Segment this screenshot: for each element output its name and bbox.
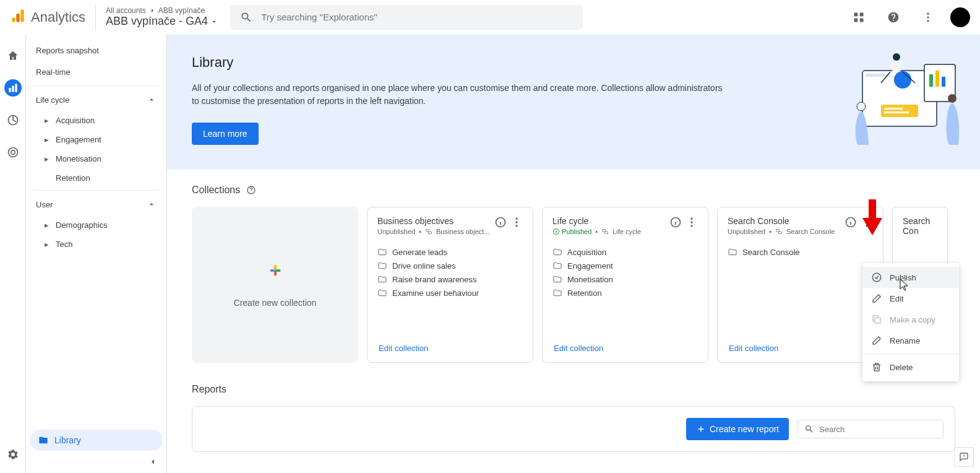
info-icon[interactable] <box>845 216 857 228</box>
trash-icon <box>871 362 882 373</box>
svg-point-26 <box>893 53 900 61</box>
svg-point-9 <box>927 20 929 22</box>
page-description: All of your collections and reports orga… <box>192 82 724 108</box>
help-icon[interactable] <box>881 5 906 30</box>
chevron-up-icon <box>147 95 157 105</box>
folder-outline-icon <box>377 288 387 298</box>
ctx-publish[interactable]: Publish <box>862 267 959 288</box>
sidebar-item-demographics[interactable]: ▸Demographics <box>26 215 166 235</box>
svg-point-30 <box>948 94 956 103</box>
sidebar-item-monetisation[interactable]: ▸Monetisation <box>26 149 166 168</box>
chevron-up-icon <box>147 199 157 209</box>
card-title: Search Console <box>728 216 845 226</box>
svg-rect-22 <box>881 105 918 117</box>
create-collection-card[interactable]: Create new collection <box>192 207 358 363</box>
folder-icon <box>38 435 48 445</box>
rail-settings-icon[interactable] <box>4 446 22 463</box>
svg-point-14 <box>11 150 15 155</box>
svg-rect-12 <box>15 84 17 92</box>
create-report-button[interactable]: Create new report <box>686 418 789 440</box>
svg-point-53 <box>872 273 881 282</box>
apps-icon[interactable] <box>846 5 871 30</box>
svg-point-43 <box>690 218 692 220</box>
template-icon <box>775 228 783 235</box>
svg-point-7 <box>927 12 929 14</box>
reports-heading: Reports <box>192 384 955 395</box>
pencil-icon <box>871 335 882 346</box>
caret-down-icon <box>210 18 218 25</box>
search-icon <box>804 424 814 434</box>
svg-rect-54 <box>875 318 880 323</box>
sidebar-item-engagement[interactable]: ▸Engagement <box>26 130 166 149</box>
check-circle-icon <box>871 272 882 283</box>
more-vert-icon[interactable] <box>510 216 523 228</box>
more-vert-icon[interactable] <box>686 216 698 228</box>
svg-rect-0 <box>12 17 15 22</box>
svg-point-45 <box>690 225 692 227</box>
product-name: Analytics <box>31 9 85 25</box>
copy-icon <box>871 314 882 325</box>
help-outline-icon[interactable] <box>246 185 256 195</box>
reports-search-input[interactable] <box>819 425 937 434</box>
svg-point-38 <box>515 225 517 227</box>
sidebar-realtime[interactable]: Real-time <box>26 61 166 83</box>
pencil-icon <box>871 293 882 304</box>
card-title: Life cycle <box>552 216 669 226</box>
collection-card-business-objectives: Business objectives Unpublished• Busines… <box>367 207 533 363</box>
edit-collection-link[interactable]: Edit collection <box>729 344 778 353</box>
svg-rect-5 <box>854 18 858 22</box>
ctx-rename[interactable]: Rename <box>862 330 959 351</box>
sidebar-library[interactable]: Library <box>30 430 163 451</box>
svg-point-8 <box>927 16 929 18</box>
account-selector[interactable]: All accounts ABB vypínače ABB vypínače -… <box>96 6 218 28</box>
svg-rect-52 <box>869 199 876 219</box>
folder-outline-icon <box>552 274 562 284</box>
edit-collection-link[interactable]: Edit collection <box>379 344 428 353</box>
svg-rect-4 <box>860 12 864 16</box>
rail-reports-icon[interactable] <box>4 79 22 97</box>
search-input[interactable] <box>261 12 573 22</box>
edit-collection-link[interactable]: Edit collection <box>554 344 603 353</box>
template-icon <box>601 228 609 235</box>
info-icon[interactable] <box>669 216 682 228</box>
feedback-icon[interactable] <box>954 447 974 467</box>
sidebar-item-retention[interactable]: Retention <box>26 168 166 188</box>
ctx-edit[interactable]: Edit <box>862 288 959 309</box>
rail-home-icon[interactable] <box>4 47 22 64</box>
svg-rect-47 <box>779 232 782 234</box>
sidebar-collapse-icon[interactable] <box>148 457 158 469</box>
rail-ads-icon[interactable] <box>4 144 22 161</box>
folder-outline-icon <box>377 247 387 257</box>
account-avatar[interactable] <box>950 7 970 27</box>
folder-outline-icon <box>552 247 562 257</box>
global-search[interactable] <box>230 5 583 30</box>
svg-point-28 <box>857 102 866 111</box>
rail-explore-icon[interactable] <box>4 111 22 129</box>
sidebar-reports-snapshot[interactable]: Reports snapshot <box>26 40 166 61</box>
breadcrumb-all: All accounts <box>106 6 146 15</box>
hero-illustration <box>832 52 961 163</box>
reports-search[interactable] <box>797 420 943 438</box>
svg-point-31 <box>943 154 961 158</box>
sidebar-group-user[interactable]: User <box>26 193 166 215</box>
info-icon[interactable] <box>494 216 507 228</box>
analytics-logo-icon <box>10 8 26 27</box>
svg-point-37 <box>515 221 517 223</box>
svg-rect-24 <box>884 111 909 113</box>
folder-outline-icon <box>377 274 387 284</box>
svg-rect-21 <box>942 77 945 87</box>
card-context-menu: Publish Edit Make a copy Rename Delete <box>862 263 959 381</box>
ctx-copy: Make a copy <box>862 309 959 330</box>
more-vert-icon[interactable] <box>916 5 940 30</box>
sidebar-group-lifecycle[interactable]: Life cycle <box>26 89 166 111</box>
svg-rect-20 <box>935 71 939 87</box>
folder-outline-icon <box>377 261 387 271</box>
ctx-delete[interactable]: Delete <box>862 357 959 378</box>
svg-point-29 <box>854 154 871 158</box>
svg-rect-6 <box>860 18 864 22</box>
learn-more-button[interactable]: Learn more <box>192 123 259 145</box>
check-circle-icon <box>552 228 560 235</box>
sidebar-item-acquisition[interactable]: ▸Acquisition <box>26 111 166 130</box>
sidebar-item-tech[interactable]: ▸Tech <box>26 235 166 254</box>
annotation-arrow <box>862 199 882 235</box>
